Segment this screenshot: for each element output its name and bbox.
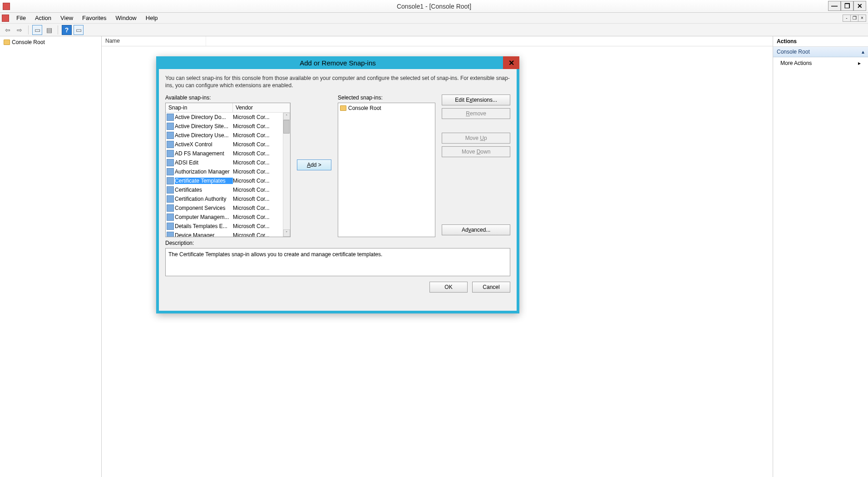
selected-listbox[interactable]: Console Root [338,103,435,237]
snapin-name: Details Templates E... [175,223,233,229]
snapin-name: Active Directory Use... [175,132,233,139]
show-tree-button[interactable]: ▭ [32,25,42,35]
snapin-vendor: Microsoft Cor... [233,169,290,175]
snapin-vendor: Microsoft Cor... [233,196,290,202]
selected-root-label: Console Root [348,105,381,111]
snapin-row[interactable]: Computer Managem...Microsoft Cor... [166,213,290,222]
snapin-vendor: Microsoft Cor... [233,187,290,193]
add-button[interactable]: Add > [297,159,331,170]
close-button[interactable]: ✕ [853,1,866,11]
snapin-row[interactable]: ADSI EditMicrosoft Cor... [166,158,290,167]
menu-action[interactable]: Action [30,13,56,23]
snapin-name: Active Directory Site... [175,123,233,129]
scroll-down-button[interactable]: ˅ [283,229,290,237]
snapin-icon [167,223,174,230]
advanced-button[interactable]: Advanced... [442,224,510,235]
edit-extensions-button[interactable]: Edit Extensions... [442,94,510,105]
chevron-right-icon: ▸ [858,60,861,66]
dialog-mid-row: Available snap-ins: Snap-in Vendor Activ… [165,94,510,235]
dialog-titlebar[interactable]: Add or Remove Snap-ins ✕ [156,56,519,69]
scroll-thumb[interactable] [283,120,290,134]
actions-more-actions[interactable]: More Actions ▸ [773,57,868,69]
snapin-vendor: Microsoft Cor... [233,141,290,148]
dialog-body: You can select snap-ins for this console… [159,69,517,311]
snapin-vendor: Microsoft Cor... [233,178,290,184]
snapins-rows: Active Directory Do...Microsoft Cor...Ac… [166,113,290,237]
description-label: Description: [165,240,510,246]
actions-item-label: More Actions [780,60,812,66]
snapin-row[interactable]: Component ServicesMicrosoft Cor... [166,204,290,213]
scrollbar[interactable]: ˄ ˅ [283,113,290,237]
menu-view[interactable]: View [56,13,78,23]
back-button[interactable]: ⇦ [3,25,13,35]
snapin-vendor: Microsoft Cor... [233,114,290,120]
cancel-button[interactable]: Cancel [472,282,510,293]
tree-node-console-root[interactable]: Console Root [2,38,99,46]
child-window-controls: - ❐ × [843,15,866,22]
dialog-title: Add or Remove Snap-ins [300,59,376,67]
snapin-row[interactable]: Authorization ManagerMicrosoft Cor... [166,167,290,176]
window-title: Console1 - [Console Root] [0,3,868,10]
ok-button[interactable]: OK [429,282,468,293]
snapin-row[interactable]: CertificatesMicrosoft Cor... [166,185,290,194]
list-headers: Snap-in Vendor [166,103,290,113]
dialog-close-button[interactable]: ✕ [503,56,519,69]
menu-file[interactable]: File [12,13,30,23]
description-box: The Certificate Templates snap-in allows… [165,248,510,276]
minimize-button[interactable]: — [828,1,841,11]
column-header-name[interactable]: Name [102,36,206,46]
scroll-up-button[interactable]: ˄ [283,113,290,120]
menu-window[interactable]: Window [111,13,141,23]
snapin-name: Device Manager [175,232,233,237]
snapin-vendor: Microsoft Cor... [233,123,290,129]
maximize-button[interactable]: ❐ [841,1,853,11]
available-listbox[interactable]: Snap-in Vendor Active Directory Do...Mic… [165,103,291,237]
snapin-row[interactable]: Certification AuthorityMicrosoft Cor... [166,194,290,204]
snapin-row[interactable]: Active Directory Use...Microsoft Cor... [166,131,290,140]
menu-help[interactable]: Help [141,13,163,23]
snapin-name: AD FS Management [175,150,233,157]
toolbar-separator [28,25,29,35]
dialog-intro: You can select snap-ins for this console… [165,75,510,89]
snapin-row[interactable]: Active Directory Site...Microsoft Cor... [166,122,290,131]
snapin-vendor: Microsoft Cor... [233,159,290,166]
help-button[interactable]: ? [62,25,72,35]
snapin-vendor: Microsoft Cor... [233,205,290,211]
add-btn-rest: dd > [311,162,321,168]
snapin-name: Component Services [175,205,233,211]
selected-root-item[interactable]: Console Root [340,105,433,111]
child-restore-button[interactable]: ❐ [850,15,858,22]
snapin-row[interactable]: Certificate TemplatesMicrosoft Cor... [166,176,290,185]
header-vendor[interactable]: Vendor [233,103,290,112]
menu-favorites[interactable]: Favorites [78,13,111,23]
snapin-row[interactable]: AD FS ManagementMicrosoft Cor... [166,149,290,158]
forward-button[interactable]: ⇨ [15,25,25,35]
remove-button[interactable]: Remove [442,108,510,119]
snapin-row[interactable]: Active Directory Do...Microsoft Cor... [166,113,290,122]
snapin-vendor: Microsoft Cor... [233,214,290,220]
export-list-button[interactable]: ▤ [44,25,54,35]
collapse-icon: ▴ [862,49,864,55]
move-up-button[interactable]: Move Up [442,133,510,144]
snapin-vendor: Microsoft Cor... [233,150,290,157]
snapin-vendor: Microsoft Cor... [233,223,290,229]
snapin-row[interactable]: ActiveX ControlMicrosoft Cor... [166,140,290,149]
snapin-icon [167,168,174,175]
child-minimize-button[interactable]: - [843,15,851,22]
snapin-icon [167,141,174,148]
snapin-icon [167,232,174,237]
snapin-row[interactable]: Details Templates E...Microsoft Cor... [166,222,290,231]
show-actions-button[interactable]: ▭ [74,25,84,35]
actions-group-header[interactable]: Console Root ▴ [773,47,868,57]
snapin-name: Certificate Templates [175,178,233,184]
snapin-row[interactable]: Device ManagerMicrosoft Cor... [166,231,290,237]
header-snapin[interactable]: Snap-in [166,103,233,112]
snapin-icon [167,214,174,221]
window-controls: — ❐ ✕ [828,1,866,11]
snapin-icon [167,159,174,166]
snapins-dialog: Add or Remove Snap-ins ✕ You can select … [156,56,519,313]
snapin-name: ADSI Edit [175,159,233,166]
tree-node-label: Console Root [12,39,45,45]
move-down-button[interactable]: Move Down [442,146,510,157]
child-close-button[interactable]: × [858,15,866,22]
